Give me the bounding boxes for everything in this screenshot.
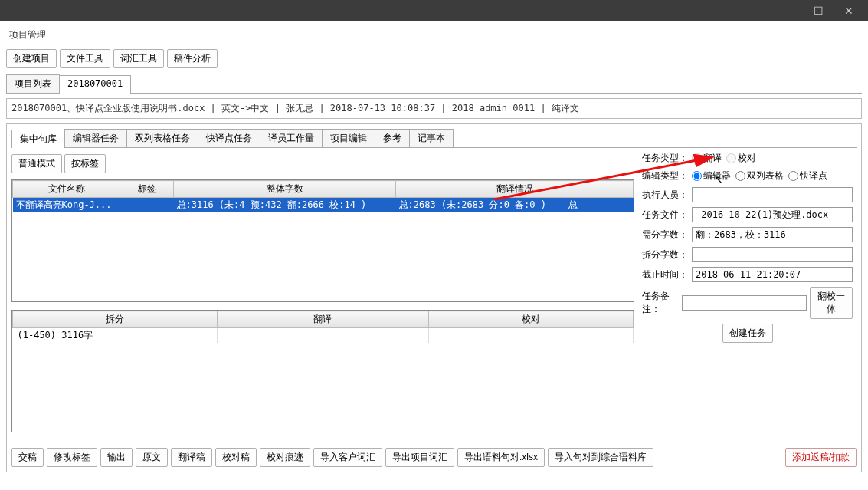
translation-button[interactable]: 翻译稿 bbox=[171, 448, 212, 467]
import-corpus-button[interactable]: 导入句对到综合语料库 bbox=[548, 448, 653, 467]
label-split-words: 拆分字数： bbox=[642, 248, 692, 261]
menu-label: 项目管理 bbox=[6, 27, 862, 46]
need-words-input[interactable] bbox=[692, 227, 853, 242]
tab-project-edit[interactable]: 项目编辑 bbox=[322, 129, 375, 147]
table-row[interactable]: 不翻译高亮Kong-J... 总:3116 (未:4 预:432 翻:2666 … bbox=[13, 198, 634, 213]
radio-dual[interactable]: 双列表格 bbox=[735, 169, 784, 183]
tab-notepad[interactable]: 记事本 bbox=[409, 129, 454, 147]
inner-panel: 集中句库 编辑器任务 双列表格任务 快译点任务 译员工作量 项目编辑 参考 记事… bbox=[6, 123, 862, 472]
col-tag[interactable]: 标签 bbox=[120, 181, 174, 198]
label-executor: 执行人员： bbox=[642, 189, 692, 202]
export-corpus-button[interactable]: 导出语料句对.xlsx bbox=[457, 448, 545, 467]
close-button[interactable]: ✕ bbox=[834, 0, 864, 21]
col-proof[interactable]: 校对 bbox=[428, 311, 633, 328]
file-tools-button[interactable]: 文件工具 bbox=[60, 49, 110, 68]
cell-tag bbox=[120, 198, 174, 213]
col-split[interactable]: 拆分 bbox=[13, 311, 218, 328]
project-tabs: 项目列表 2018070001 bbox=[6, 74, 862, 94]
create-task-button[interactable]: 创建任务 bbox=[722, 324, 773, 343]
titlebar: — ☐ ✕ bbox=[0, 0, 868, 21]
vocab-tools-button[interactable]: 词汇工具 bbox=[113, 49, 164, 68]
create-project-button[interactable]: 创建项目 bbox=[6, 49, 57, 68]
modify-tag-button[interactable]: 修改标签 bbox=[47, 448, 97, 467]
col-filename[interactable]: 文件名称 bbox=[13, 181, 120, 198]
tab-dual-table-task[interactable]: 双列表格任务 bbox=[126, 129, 198, 147]
by-tag-button[interactable]: 按标签 bbox=[64, 154, 106, 173]
label-task-note: 任务备注： bbox=[642, 290, 682, 316]
cell-split: (1-450) 3116字 bbox=[13, 328, 218, 344]
split-table[interactable]: 拆分 翻译 校对 (1-450) 3116字 bbox=[11, 310, 634, 432]
tab-project-list[interactable]: 项目列表 bbox=[6, 74, 60, 93]
label-task-type: 任务类型： bbox=[642, 152, 692, 165]
cell-translate: 总:2683 (未:2683 分:0 备:0 ) 总 bbox=[396, 198, 634, 213]
task-file-input[interactable] bbox=[692, 207, 853, 222]
import-vocab-button[interactable]: 导入客户词汇 bbox=[313, 448, 382, 467]
radio-translate[interactable]: 翻译 bbox=[692, 152, 722, 165]
proof-trace-button[interactable]: 校对痕迹 bbox=[260, 448, 310, 467]
maximize-button[interactable]: ☐ bbox=[803, 0, 834, 21]
minimize-button[interactable]: — bbox=[772, 0, 803, 21]
label-task-file: 任务文件： bbox=[642, 209, 692, 222]
tab-sentence-db[interactable]: 集中句库 bbox=[11, 130, 65, 148]
label-deadline: 截止时间： bbox=[642, 268, 692, 281]
executor-input[interactable] bbox=[692, 187, 853, 202]
add-return-button[interactable]: 添加返稿/扣款 bbox=[785, 448, 857, 467]
normal-mode-button[interactable]: 普通模式 bbox=[11, 154, 62, 173]
main-toolbar: 创建项目 文件工具 词汇工具 稿件分析 bbox=[6, 46, 862, 74]
source-button[interactable]: 原文 bbox=[136, 448, 168, 467]
tab-reference[interactable]: 参考 bbox=[375, 129, 410, 147]
col-translate[interactable]: 翻译情况 bbox=[396, 181, 634, 198]
export-vocab-button[interactable]: 导出项目词汇 bbox=[385, 448, 454, 467]
translate-proof-button[interactable]: 翻校一体 bbox=[810, 287, 853, 319]
split-words-input[interactable] bbox=[692, 247, 853, 262]
output-button[interactable]: 输出 bbox=[100, 448, 133, 467]
col-wordcount[interactable]: 整体字数 bbox=[174, 181, 396, 198]
radio-proof[interactable]: 校对 bbox=[726, 152, 756, 165]
cell-filename: 不翻译高亮Kong-J... bbox=[13, 198, 120, 213]
label-need-words: 需分字数： bbox=[642, 229, 692, 242]
cell-wordcount: 总:3116 (未:4 预:432 翻:2666 校:14 ) bbox=[174, 198, 396, 213]
proof-button[interactable]: 校对稿 bbox=[215, 448, 257, 467]
task-note-input[interactable] bbox=[682, 295, 807, 311]
label-edit-type: 编辑类型： bbox=[642, 169, 692, 183]
col-translate2[interactable]: 翻译 bbox=[218, 311, 428, 328]
tab-quick-task[interactable]: 快译点任务 bbox=[198, 129, 260, 147]
tab-translator-work[interactable]: 译员工作量 bbox=[260, 129, 323, 147]
doc-analysis-button[interactable]: 稿件分析 bbox=[167, 49, 218, 68]
task-form: 任务类型： 翻译 校对 编辑类型： 编辑器 双列表格 快译点 执行人员： bbox=[642, 148, 857, 442]
window-title-placeholder bbox=[4, 5, 12, 16]
radio-editor[interactable]: 编辑器 bbox=[692, 169, 731, 183]
table-row[interactable]: (1-450) 3116字 bbox=[13, 328, 634, 344]
files-table[interactable]: 文件名称 标签 整体字数 翻译情况 不翻译高亮Kong-J... 总:3116 … bbox=[11, 179, 634, 302]
file-info-bar: 2018070001、快译点企业版使用说明书.docx | 英文->中文 | 张… bbox=[6, 98, 862, 119]
tab-project-id[interactable]: 2018070001 bbox=[59, 75, 131, 94]
radio-quick[interactable]: 快译点 bbox=[788, 169, 827, 183]
tab-editor-task[interactable]: 编辑器任务 bbox=[64, 129, 127, 147]
submit-button[interactable]: 交稿 bbox=[11, 448, 44, 467]
action-bar: 交稿 修改标签 输出 原文 翻译稿 校对稿 校对痕迹 导入客户词汇 导出项目词汇… bbox=[11, 442, 857, 467]
deadline-input[interactable] bbox=[692, 267, 853, 282]
inner-tabs: 集中句库 编辑器任务 双列表格任务 快译点任务 译员工作量 项目编辑 参考 记事… bbox=[11, 129, 857, 148]
